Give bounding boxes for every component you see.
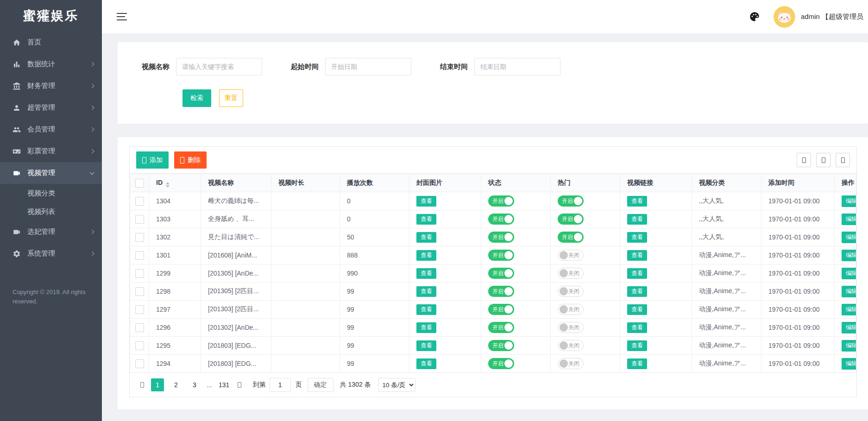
toggle-switch-on[interactable]: 开启 <box>558 214 584 225</box>
view-cover-button[interactable]: 查看 <box>416 286 436 297</box>
batch-delete-button[interactable]: 删除 <box>174 151 207 169</box>
goto-page-input[interactable] <box>270 378 291 392</box>
view-link-button[interactable]: 查看 <box>627 322 647 333</box>
view-link-button[interactable]: 查看 <box>627 304 647 315</box>
sidebar-subitem-2[interactable]: 视频列表 <box>0 202 102 221</box>
row-checkbox[interactable] <box>135 323 144 332</box>
edit-button[interactable]: 编辑 <box>842 286 856 297</box>
edit-button[interactable]: 编辑 <box>842 250 856 261</box>
row-checkbox[interactable] <box>135 305 144 314</box>
view-cover-button[interactable]: 查看 <box>416 250 436 261</box>
goto-confirm-button[interactable]: 确定 <box>308 378 333 392</box>
toggle-switch-off[interactable]: 关闭 <box>558 286 584 297</box>
sidebar-item-3[interactable]: 财务管理 <box>0 75 102 97</box>
edit-button[interactable]: 编辑 <box>842 358 856 370</box>
page-number-3[interactable]: 3 <box>188 378 201 391</box>
view-link-button[interactable]: 查看 <box>627 286 647 297</box>
select-all-checkbox[interactable] <box>135 179 144 188</box>
sidebar-item-5[interactable]: 会员管理 <box>0 119 102 140</box>
sidebar-item-4[interactable]: 超管管理 <box>0 97 102 119</box>
table-tool-export-button[interactable] <box>816 153 830 167</box>
edit-button[interactable]: 编辑 <box>842 232 856 243</box>
toggle-switch-off[interactable]: 关闭 <box>558 268 584 279</box>
per-page-select[interactable]: 10 条/页 <box>378 378 415 392</box>
view-link-button[interactable]: 查看 <box>627 340 647 351</box>
add-button[interactable]: 添加 <box>136 151 169 169</box>
row-checkbox[interactable] <box>135 251 144 260</box>
topbar: admin 【超级管理员 <box>102 0 868 33</box>
sidebar-item-1[interactable]: 首页 <box>0 31 102 53</box>
sidebar-item-9[interactable]: 系统管理 <box>0 243 102 264</box>
search-form: 视频名称 起始时间 结束时间 <box>142 58 863 75</box>
sidebar-item-6[interactable]: 彩票管理 <box>0 140 102 162</box>
edit-button[interactable]: 编辑 <box>842 340 856 352</box>
toggle-switch-on[interactable]: 开启 <box>488 340 514 351</box>
view-link-button[interactable]: 查看 <box>627 250 647 261</box>
view-cover-button[interactable]: 查看 <box>416 232 436 243</box>
cell-video-name: 全身舐め 、耳... <box>201 210 271 228</box>
edit-button[interactable]: 编辑 <box>842 322 856 333</box>
theme-palette-icon[interactable] <box>748 10 761 23</box>
edit-button[interactable]: 编辑 <box>842 195 856 207</box>
row-checkbox[interactable] <box>135 233 144 242</box>
edit-button[interactable]: 编辑 <box>842 304 856 315</box>
edit-button[interactable]: 编辑 <box>842 214 856 225</box>
view-link-button[interactable]: 查看 <box>627 196 647 207</box>
view-link-button[interactable]: 查看 <box>627 358 647 369</box>
view-cover-button[interactable]: 查看 <box>416 214 436 225</box>
toggle-switch-on[interactable]: 开启 <box>558 195 584 207</box>
table-tool-filter-button[interactable] <box>797 153 811 167</box>
edit-button[interactable]: 编辑 <box>842 268 856 279</box>
search-button[interactable]: 检索 <box>182 89 211 107</box>
table-tool-print-button[interactable] <box>836 153 850 167</box>
row-checkbox[interactable] <box>135 269 144 278</box>
toggle-switch-on[interactable]: 开启 <box>488 195 514 207</box>
sidebar-item-7[interactable]: 视频管理 <box>0 162 102 184</box>
reset-button[interactable]: 重置 <box>219 89 243 107</box>
toggle-switch-on[interactable]: 开启 <box>488 322 514 333</box>
toggle-switch-on[interactable]: 开启 <box>488 214 514 225</box>
row-checkbox[interactable] <box>135 287 144 296</box>
view-link-button[interactable]: 查看 <box>627 268 647 279</box>
toggle-switch-on[interactable]: 开启 <box>488 232 514 243</box>
start-date-input[interactable] <box>325 58 411 75</box>
sidebar-item-8[interactable]: 选妃管理 <box>0 221 102 243</box>
sidebar-subitem-1[interactable]: 视频分类 <box>0 184 102 202</box>
view-cover-button[interactable]: 查看 <box>416 304 436 315</box>
user-menu[interactable]: admin 【超级管理员 <box>774 6 863 28</box>
row-checkbox[interactable] <box>135 197 144 206</box>
sort-icon[interactable] <box>166 182 170 188</box>
toggle-switch-off[interactable]: 关闭 <box>558 358 584 369</box>
page-number-131[interactable]: 131 <box>218 378 231 391</box>
next-page-icon[interactable] <box>238 382 241 388</box>
view-cover-button[interactable]: 查看 <box>416 196 436 207</box>
column-header-1[interactable]: ID <box>149 174 201 192</box>
view-cover-button[interactable]: 查看 <box>416 268 436 279</box>
menu-fold-icon[interactable] <box>117 13 127 20</box>
view-link-button[interactable]: 查看 <box>627 214 647 225</box>
toggle-switch-on[interactable]: 开启 <box>488 250 514 261</box>
toggle-switch-on[interactable]: 开启 <box>488 286 514 297</box>
toggle-switch-on[interactable]: 开启 <box>558 232 584 243</box>
toggle-switch-off[interactable]: 关闭 <box>558 304 584 315</box>
toggle-switch-on[interactable]: 开启 <box>488 358 514 369</box>
video-name-input[interactable] <box>176 58 262 75</box>
page-number-1[interactable]: 1 <box>151 378 164 391</box>
prev-page-icon[interactable] <box>140 382 144 388</box>
row-checkbox[interactable] <box>135 215 144 224</box>
row-checkbox[interactable] <box>135 359 144 368</box>
row-checkbox[interactable] <box>135 341 144 350</box>
view-cover-button[interactable]: 查看 <box>416 340 436 351</box>
view-cover-button[interactable]: 查看 <box>416 358 436 369</box>
sidebar-item-2[interactable]: 数据统计 <box>0 53 102 75</box>
toggle-switch-off[interactable]: 关闭 <box>558 250 584 261</box>
toggle-switch-on[interactable]: 开启 <box>488 304 514 315</box>
view-cover-button[interactable]: 查看 <box>416 322 436 333</box>
cell-link: 查看 <box>620 264 692 283</box>
toggle-switch-off[interactable]: 关闭 <box>558 340 584 351</box>
view-link-button[interactable]: 查看 <box>627 232 647 243</box>
page-number-2[interactable]: 2 <box>170 378 182 391</box>
toggle-switch-on[interactable]: 开启 <box>488 268 514 279</box>
toggle-switch-off[interactable]: 关闭 <box>558 322 584 333</box>
end-date-input[interactable] <box>474 58 560 75</box>
